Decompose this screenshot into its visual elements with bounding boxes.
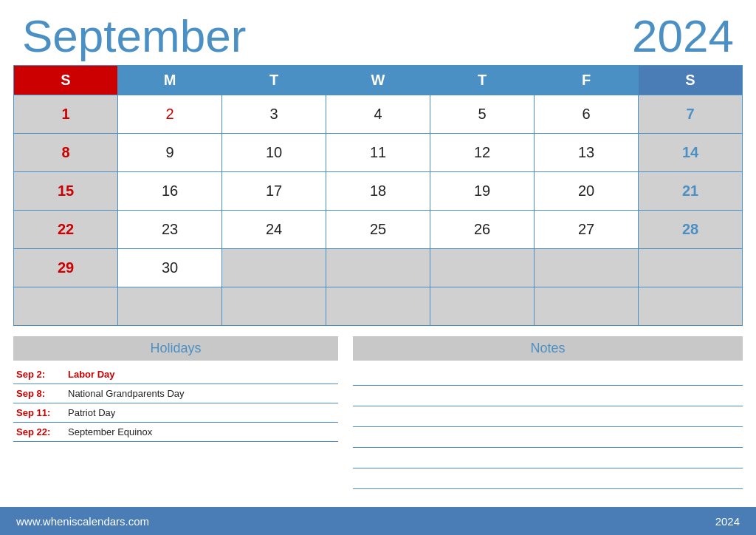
calendar-cell: 20 (535, 172, 639, 211)
header-thursday: T (430, 66, 535, 95)
calendar-cell: 16 (118, 172, 222, 211)
calendar-cell: 12 (430, 134, 535, 172)
holiday-row: Sep 11:Patriot Day (13, 403, 338, 423)
holiday-row: Sep 2:Labor Day (13, 365, 338, 384)
calendar-cell: 14 (639, 134, 743, 172)
holiday-date: Sep 8: (13, 384, 65, 403)
calendar-cell: 23 (118, 211, 222, 249)
footer-year: 2024 (715, 515, 740, 528)
calendar-cell (222, 249, 326, 287)
calendar-cell: 8 (14, 134, 118, 172)
calendar-row: 22232425262728 (14, 211, 743, 249)
calendar-cell: 11 (326, 134, 430, 172)
header-sunday: S (14, 66, 118, 95)
note-line[interactable] (353, 468, 743, 489)
calendar-cell: 21 (639, 172, 743, 211)
header-wednesday: W (326, 66, 430, 95)
calendar-cell: 15 (14, 172, 118, 211)
calendar-cell: 18 (326, 172, 430, 211)
calendar-table: S M T W T F S 12345678910111213141516171… (13, 65, 743, 326)
holiday-date: Sep 22: (13, 423, 65, 442)
calendar-page: September 2024 S M T W T F S 12345678910… (0, 0, 756, 535)
header-tuesday: T (222, 66, 326, 95)
calendar-cell: 22 (14, 211, 118, 249)
holidays-header: Holidays (13, 336, 338, 361)
calendar-cell: 10 (222, 134, 326, 172)
note-line[interactable] (353, 365, 743, 386)
note-line[interactable] (353, 386, 743, 406)
calendar-cell (639, 287, 743, 326)
calendar-cell (118, 287, 222, 326)
calendar-cell (326, 249, 430, 287)
calendar-cell: 30 (118, 249, 222, 287)
calendar-cell: 9 (118, 134, 222, 172)
calendar-row: 2930 (14, 249, 743, 287)
calendar-cell: 19 (430, 172, 535, 211)
footer: www.wheniscalendars.com 2024 (0, 507, 756, 535)
holiday-row: Sep 8:National Grandparents Day (13, 384, 338, 403)
year-title: 2024 (632, 13, 734, 59)
footer-url: www.wheniscalendars.com (16, 515, 149, 528)
header-saturday: S (639, 66, 743, 95)
calendar-cell: 3 (222, 95, 326, 134)
header: September 2024 (0, 0, 756, 65)
calendar-cell (430, 287, 535, 326)
calendar-cell: 2 (118, 95, 222, 134)
calendar-cell: 7 (639, 95, 743, 134)
note-line[interactable] (353, 448, 743, 468)
header-monday: M (118, 66, 222, 95)
calendar-row: 1234567 (14, 95, 743, 134)
calendar-header-row: S M T W T F S (14, 66, 743, 95)
calendar-cell: 4 (326, 95, 430, 134)
holiday-row: Sep 22:September Equinox (13, 423, 338, 442)
calendar-cell: 28 (639, 211, 743, 249)
calendar-cell (535, 249, 639, 287)
calendar-cell (222, 287, 326, 326)
calendar-wrapper: S M T W T F S 12345678910111213141516171… (0, 65, 756, 326)
holiday-name: Labor Day (65, 365, 338, 384)
calendar-cell: 6 (535, 95, 639, 134)
calendar-cell (430, 249, 535, 287)
calendar-cell: 5 (430, 95, 535, 134)
calendar-cell: 29 (14, 249, 118, 287)
calendar-cell: 24 (222, 211, 326, 249)
month-title: September (22, 13, 246, 59)
holidays-section: Holidays Sep 2:Labor DaySep 8:National G… (13, 336, 338, 507)
notes-lines (353, 365, 743, 489)
holiday-date: Sep 11: (13, 403, 65, 423)
note-line[interactable] (353, 427, 743, 448)
calendar-cell: 25 (326, 211, 430, 249)
calendar-cell: 27 (535, 211, 639, 249)
calendar-cell: 26 (430, 211, 535, 249)
holiday-date: Sep 2: (13, 365, 65, 384)
calendar-cell: 17 (222, 172, 326, 211)
holiday-list: Sep 2:Labor DaySep 8:National Grandparen… (13, 365, 338, 442)
notes-section: Notes (353, 336, 743, 507)
calendar-row (14, 287, 743, 326)
calendar-row: 15161718192021 (14, 172, 743, 211)
notes-header: Notes (353, 336, 743, 361)
holiday-name: September Equinox (65, 423, 338, 442)
calendar-cell: 13 (535, 134, 639, 172)
holiday-name: Patriot Day (65, 403, 338, 423)
calendar-cell (14, 287, 118, 326)
calendar-cell: 1 (14, 95, 118, 134)
header-friday: F (535, 66, 639, 95)
calendar-cell (326, 287, 430, 326)
note-line[interactable] (353, 406, 743, 427)
holiday-name: National Grandparents Day (65, 384, 338, 403)
calendar-cell (639, 249, 743, 287)
calendar-cell (535, 287, 639, 326)
calendar-row: 891011121314 (14, 134, 743, 172)
bottom-section: Holidays Sep 2:Labor DaySep 8:National G… (0, 326, 756, 507)
